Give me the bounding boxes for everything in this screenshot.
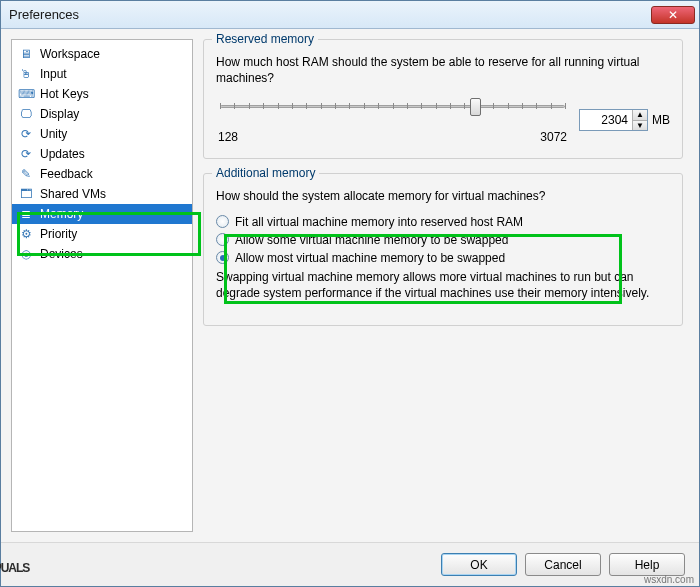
group-title: Additional memory <box>212 166 319 180</box>
additional-memory-group: Additional memory How should the system … <box>203 173 683 326</box>
swap-note: Swapping virtual machine memory allows m… <box>216 269 670 301</box>
ok-label: OK <box>470 558 487 572</box>
sidebar-item-priority[interactable]: ⚙Priority <box>12 224 192 244</box>
window-body: 🖥Workspace🖱Input⌨Hot Keys🖵Display⟳Unity⟳… <box>1 29 699 542</box>
preferences-window: Preferences ✕ 🖥Workspace🖱Input⌨Hot Keys🖵… <box>0 0 700 587</box>
reserved-memory-group: Reserved memory How much host RAM should… <box>203 39 683 159</box>
dialog-footer: OK Cancel Help <box>1 542 699 586</box>
reserved-memory-value-wrap: ▲ ▼ MB <box>579 109 670 131</box>
help-label: Help <box>635 558 660 572</box>
slider-min-label: 128 <box>218 130 238 144</box>
ok-button[interactable]: OK <box>441 553 517 576</box>
sidebar-item-label: Devices <box>40 247 83 261</box>
radio-label: Fit all virtual machine memory into rese… <box>235 215 523 229</box>
radio-label: Allow most virtual machine memory to be … <box>235 251 505 265</box>
workspace-icon: 🖥 <box>18 46 34 62</box>
memory-allocation-option-0[interactable]: Fit all virtual machine memory into rese… <box>216 215 670 229</box>
priority-icon: ⚙ <box>18 226 34 242</box>
input-icon: 🖱 <box>18 66 34 82</box>
sidebar-item-hotkeys[interactable]: ⌨Hot Keys <box>12 84 192 104</box>
memory-allocation-options: Fit all virtual machine memory into rese… <box>216 215 670 265</box>
hotkeys-icon: ⌨ <box>18 86 34 102</box>
reserved-memory-question: How much host RAM should the system be a… <box>216 54 670 86</box>
memory-allocation-option-1[interactable]: Allow some virtual machine memory to be … <box>216 233 670 247</box>
sidebar-item-memory[interactable]: ≣Memory <box>12 204 192 224</box>
radio-label: Allow some virtual machine memory to be … <box>235 233 508 247</box>
titlebar: Preferences ✕ <box>1 1 699 29</box>
close-icon: ✕ <box>668 8 678 22</box>
sidebar-item-workspace[interactable]: 🖥Workspace <box>12 44 192 64</box>
radio-icon <box>216 251 229 264</box>
sidebar-item-label: Feedback <box>40 167 93 181</box>
spin-down-button[interactable]: ▼ <box>633 121 647 131</box>
sidebar-item-updates[interactable]: ⟳Updates <box>12 144 192 164</box>
sidebar-item-feedback[interactable]: ✎Feedback <box>12 164 192 184</box>
unity-icon: ⟳ <box>18 126 34 142</box>
reserved-memory-spinbox[interactable]: ▲ ▼ <box>579 109 648 131</box>
window-title: Preferences <box>9 7 651 22</box>
close-button[interactable]: ✕ <box>651 6 695 24</box>
sidebar-item-devices[interactable]: ◎Devices <box>12 244 192 264</box>
sidebar-item-label: Display <box>40 107 79 121</box>
spin-buttons: ▲ ▼ <box>632 110 647 130</box>
sidebar-item-label: Memory <box>40 207 83 221</box>
sidebar-item-label: Shared VMs <box>40 187 106 201</box>
sidebar-item-label: Updates <box>40 147 85 161</box>
additional-memory-question: How should the system allocate memory fo… <box>216 188 670 204</box>
slider-ticks <box>220 102 565 110</box>
group-title: Reserved memory <box>212 32 318 46</box>
sidebar-item-input[interactable]: 🖱Input <box>12 64 192 84</box>
sharedvms-icon: 🗔 <box>18 186 34 202</box>
reserved-memory-input[interactable] <box>580 110 632 130</box>
sidebar-item-label: Priority <box>40 227 77 241</box>
sidebar: 🖥Workspace🖱Input⌨Hot Keys🖵Display⟳Unity⟳… <box>11 39 193 532</box>
radio-icon <box>216 233 229 246</box>
display-icon: 🖵 <box>18 106 34 122</box>
slider-max-label: 3072 <box>540 130 567 144</box>
reserved-memory-unit: MB <box>652 113 670 127</box>
updates-icon: ⟳ <box>18 146 34 162</box>
memory-allocation-option-2[interactable]: Allow most virtual machine memory to be … <box>216 251 670 265</box>
sidebar-item-sharedvms[interactable]: 🗔Shared VMs <box>12 184 192 204</box>
slider-thumb[interactable] <box>470 98 481 116</box>
sidebar-item-display[interactable]: 🖵Display <box>12 104 192 124</box>
reserved-memory-slider-wrap: 128 3072 <box>216 96 569 144</box>
memory-icon: ≣ <box>18 206 34 222</box>
cancel-button[interactable]: Cancel <box>525 553 601 576</box>
sidebar-item-label: Unity <box>40 127 67 141</box>
sidebar-item-label: Input <box>40 67 67 81</box>
feedback-icon: ✎ <box>18 166 34 182</box>
help-button[interactable]: Help <box>609 553 685 576</box>
reserved-memory-slider[interactable] <box>220 96 565 116</box>
devices-icon: ◎ <box>18 246 34 262</box>
slider-scale-labels: 128 3072 <box>216 130 569 144</box>
spin-up-button[interactable]: ▲ <box>633 110 647 121</box>
sidebar-item-unity[interactable]: ⟳Unity <box>12 124 192 144</box>
radio-icon <box>216 215 229 228</box>
sidebar-item-label: Workspace <box>40 47 100 61</box>
content-pane: Reserved memory How much host RAM should… <box>203 39 689 532</box>
reserved-memory-row: 128 3072 ▲ ▼ MB <box>216 96 670 144</box>
cancel-label: Cancel <box>544 558 581 572</box>
sidebar-item-label: Hot Keys <box>40 87 89 101</box>
